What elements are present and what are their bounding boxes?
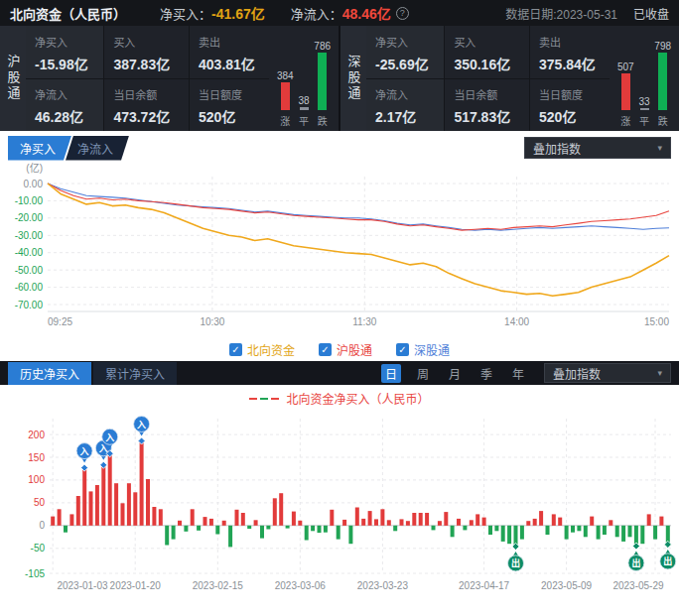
tab-net-buy[interactable]: 净买入	[8, 136, 71, 161]
legend-label: 沪股通	[337, 341, 372, 358]
stat-label: 卖出	[539, 34, 601, 50]
advancers-column: 507 涨	[616, 30, 635, 128]
svg-text:-40.00: -40.00	[15, 247, 44, 258]
bar-legend: 北向资金净买入（人民币）	[0, 385, 679, 407]
svg-text:0: 0	[39, 520, 45, 531]
sh-connect-panel: 沪股通 净买入 -15.98亿 买入 387.83亿 卖出 403.81亿 净流…	[0, 26, 339, 131]
decliners-count: 786	[314, 41, 331, 52]
overlay-index-select-history[interactable]: 叠加指数 ▾	[544, 363, 671, 383]
tab-cumulative-net-buy[interactable]: 累计净买入	[93, 362, 177, 385]
svg-text:出: 出	[631, 557, 640, 568]
unchanged-column: 33 平	[635, 30, 654, 128]
svg-text:2023-03-23: 2023-03-23	[357, 580, 409, 591]
stat-label: 当日额度	[199, 86, 260, 102]
stat-cell-net-inflow: 净流入 2.17亿	[366, 79, 444, 132]
advancers-bar	[281, 82, 290, 110]
period-day[interactable]: 日	[381, 364, 401, 383]
overlay-index-label: 叠加指数	[553, 365, 601, 382]
net-inflow-summary: 净流入： 48.46亿 ?	[291, 3, 409, 23]
svg-text:2023-01-20: 2023-01-20	[110, 580, 162, 591]
svg-text:-30.00: -30.00	[15, 230, 44, 241]
sh-connect-label: 沪股通	[0, 26, 26, 131]
svg-text:入: 入	[79, 446, 89, 456]
bar-legend-label: 北向资金净买入（人民币）	[286, 390, 429, 407]
unchanged-count: 33	[638, 96, 649, 107]
stat-label: 卖出	[199, 34, 260, 50]
sz-connect-panel: 深股通 净买入 -25.69亿 买入 350.16亿 卖出 375.84亿 净流…	[340, 26, 679, 131]
help-icon[interactable]: ?	[396, 7, 409, 20]
svg-text:14:00: 14:00	[504, 316, 529, 327]
svg-text:出: 出	[663, 555, 672, 566]
stat-cell-buy: 买入 350.16亿	[445, 26, 529, 78]
decliners-label: 跌	[318, 113, 328, 128]
svg-text:-105: -105	[25, 568, 45, 579]
net-buy-value: -41.67亿	[211, 3, 265, 23]
overlay-index-select[interactable]: 叠加指数 ▾	[524, 137, 671, 159]
sh-connect-cells: 净买入 -15.98亿 买入 387.83亿 卖出 403.81亿 净流入 46…	[26, 26, 269, 131]
svg-text:0.00: 0.00	[24, 179, 44, 189]
checkbox-checked-icon[interactable]: ✓	[396, 343, 409, 356]
sz-connect-label: 深股通	[340, 26, 366, 131]
svg-text:2023-01-03: 2023-01-03	[57, 580, 108, 591]
unchanged-bar	[300, 107, 309, 110]
svg-text:200: 200	[28, 430, 45, 440]
legend-label: 北向资金	[247, 341, 295, 358]
stat-label: 当日余额	[113, 86, 180, 102]
stat-label: 当日额度	[539, 86, 601, 102]
net-buy-label: 净买入：	[160, 4, 211, 23]
intraday-line-chart[interactable]: 0.00-10.00-20.00-30.00-40.00-50.00-60.00…	[0, 163, 679, 333]
unchanged-bar	[640, 108, 649, 110]
unchanged-label: 平	[639, 113, 649, 128]
stat-cell-quota: 当日额度 520亿	[530, 79, 610, 132]
advancers-count: 507	[617, 62, 634, 72]
checkbox-checked-icon[interactable]: ✓	[229, 343, 242, 356]
stat-cell-net-buy: 净买入 -15.98亿	[26, 26, 103, 78]
svg-text:15:00: 15:00	[644, 316, 669, 327]
stat-cell-quota: 当日额度 520亿	[190, 79, 269, 132]
intraday-tabs: 净买入 净流入 叠加指数 ▾	[0, 131, 679, 163]
period-week[interactable]: 周	[413, 364, 433, 383]
tab-history-net-buy[interactable]: 历史净买入	[8, 362, 91, 385]
stat-value: 520亿	[539, 106, 601, 126]
stat-cell-balance: 当日余额 517.83亿	[445, 79, 529, 132]
decliners-bar	[318, 53, 327, 110]
legend-sz-connect[interactable]: ✓ 深股通	[396, 341, 450, 358]
stat-value: -25.69亿	[375, 54, 435, 73]
stat-value: 350.16亿	[454, 54, 520, 73]
svg-text:入: 入	[104, 432, 114, 442]
decliners-column: 798 跌	[653, 30, 672, 128]
stat-label: 净买入	[375, 34, 435, 50]
stat-cell-buy: 买入 387.83亿	[104, 26, 189, 78]
advancers-label: 涨	[280, 113, 290, 128]
stat-value: 2.17亿	[375, 106, 435, 126]
period-month[interactable]: 月	[445, 364, 465, 383]
svg-text:-70.00: -70.00	[15, 300, 44, 310]
svg-text:2023-04-17: 2023-04-17	[459, 580, 510, 591]
decliners-count: 798	[654, 41, 671, 52]
period-year[interactable]: 年	[508, 364, 528, 383]
stat-cell-net-inflow: 净流入 46.28亿	[26, 79, 103, 132]
intraday-section: 净买入 净流入 叠加指数 ▾ 0.00-10.00-20.00-30.00-40…	[0, 131, 679, 361]
legend-sh-connect[interactable]: ✓ 沪股通	[319, 341, 372, 358]
history-toolbar: 历史净买入 累计净买入 日 周 月 季 年 叠加指数 ▾	[0, 361, 679, 385]
decliners-label: 跌	[658, 113, 668, 128]
sz-connect-cells: 净买入 -25.69亿 买入 350.16亿 卖出 375.84亿 净流入 2.…	[366, 26, 610, 131]
checkbox-checked-icon[interactable]: ✓	[319, 343, 332, 356]
stat-value: 473.72亿	[113, 106, 180, 126]
history-bar-chart[interactable]: 200150100500-50-1052023-01-032023-01-202…	[0, 407, 679, 605]
net-inflow-label: 净流入：	[291, 4, 342, 23]
stat-cell-balance: 当日余额 473.72亿	[104, 79, 189, 132]
legend-dash-icon	[249, 398, 257, 400]
decliners-bar	[658, 53, 667, 110]
svg-text:入: 入	[98, 443, 108, 453]
stat-label: 买入	[113, 34, 180, 50]
history-section: 历史净买入 累计净买入 日 周 月 季 年 叠加指数 ▾ 北向资金净买入（人民币…	[0, 361, 679, 605]
net-inflow-value: 48.46亿	[342, 3, 391, 23]
period-quarter[interactable]: 季	[476, 364, 496, 383]
legend-northbound[interactable]: ✓ 北向资金	[229, 341, 295, 358]
unchanged-count: 38	[298, 95, 309, 106]
tab-net-inflow[interactable]: 净流入	[66, 136, 129, 161]
svg-text:100: 100	[28, 474, 45, 485]
stat-cell-net-buy: 净买入 -25.69亿	[366, 26, 444, 78]
svg-text:2023-05-29: 2023-05-29	[612, 580, 664, 591]
